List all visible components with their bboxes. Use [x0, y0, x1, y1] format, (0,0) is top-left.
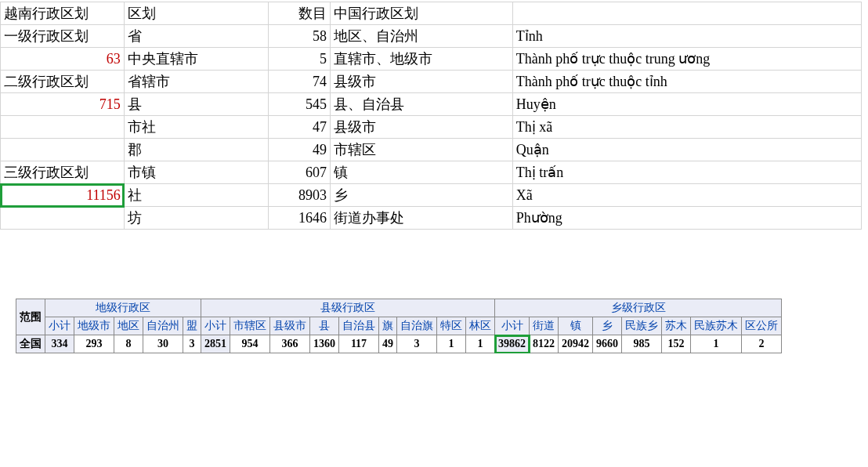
stats-col-header: 林区: [466, 317, 495, 335]
sheet-cell-d: 镇: [330, 161, 512, 184]
sheet-cell-b: 县: [124, 93, 268, 116]
stats-cell: 3: [183, 335, 201, 353]
stats-cell: 1: [466, 335, 495, 353]
stats-col-header: 小计: [45, 317, 74, 335]
stats-col-header: 镇: [559, 317, 593, 335]
stats-col-header: 旗: [379, 317, 397, 335]
sheet-cell-b: 市镇: [124, 161, 268, 184]
stats-cell: 117: [339, 335, 379, 353]
stats-col-header: 区公所: [742, 317, 782, 335]
sheet-cell-e: Thị xã: [512, 116, 861, 139]
stats-cell: 3: [397, 335, 437, 353]
stats-col-header: 县级市: [270, 317, 310, 335]
sheet-cell-c: 1646: [269, 207, 331, 230]
stats-col-header: 小计: [201, 317, 230, 335]
stats-col-header: 民族乡: [622, 317, 662, 335]
stats-cell: 20942: [559, 335, 593, 353]
group-prefecture: 地级行政区: [45, 299, 201, 317]
sheet-cell-d: 市辖区: [330, 139, 512, 161]
stats-col-header: 特区: [437, 317, 466, 335]
stats-cell: 39862: [495, 335, 530, 353]
sheet-cell-c: 58: [269, 25, 331, 48]
stats-cell: 9660: [593, 335, 622, 353]
stats-cell: 8: [114, 335, 143, 353]
sheet-row: 一级行政区划省58地区、自治州Tỉnh: [1, 25, 862, 48]
sheet-cell-a: 715: [1, 93, 125, 116]
sheet-cell-e: Thành phố trực thuộc tỉnh: [512, 71, 861, 93]
stats-cell: 152: [662, 335, 691, 353]
stats-cell: 2851: [201, 335, 230, 353]
sheet-cell-d: 县级市: [330, 71, 512, 93]
sheet-cell-e: Thị trấn: [512, 161, 861, 184]
sheet-cell-b: 市社: [124, 116, 268, 139]
sheet-header-row: 越南行政区划 区划 数目 中国行政区划: [1, 2, 862, 25]
sheet-cell-d: 县级市: [330, 116, 512, 139]
header-vn-division: 越南行政区划: [1, 2, 125, 25]
sheet-cell-a: 63: [1, 48, 125, 71]
sheet-cell-b: 省辖市: [124, 71, 268, 93]
group-township: 乡级行政区: [495, 299, 782, 317]
stats-col-header: 市辖区: [230, 317, 270, 335]
sheet-row: 11156社8903乡Xã: [1, 184, 862, 207]
sheet-cell-c: 5: [269, 48, 331, 71]
stats-col-header: 自治旗: [397, 317, 437, 335]
sheet-cell-d: 乡: [330, 184, 512, 207]
sheet-cell-a: 二级行政区划: [1, 71, 125, 93]
stats-cell: 2: [742, 335, 782, 353]
stats-cell: 293: [74, 335, 114, 353]
sheet-cell-e: Quận: [512, 139, 861, 161]
sheet-cell-b: 中央直辖市: [124, 48, 268, 71]
sheet-cell-c: 47: [269, 116, 331, 139]
sheet-cell-b: 郡: [124, 139, 268, 161]
sheet-row: 坊1646街道办事处Phường: [1, 207, 862, 230]
sheet-cell-d: 直辖市、地级市: [330, 48, 512, 71]
stats-row-label: 全国: [16, 335, 45, 353]
china-divisions-stats-table: 范围 地级行政区 县级行政区 乡级行政区 小计地级市地区自治州盟小计市辖区县级市…: [16, 299, 782, 353]
sheet-cell-e: Thành phố trực thuộc trung ương: [512, 48, 861, 71]
stats-col-header: 自治县: [339, 317, 379, 335]
sheet-cell-d: 地区、自治州: [330, 25, 512, 48]
sheet-cell-a: [1, 139, 125, 161]
header-vn-name: [512, 2, 861, 25]
sheet-row: 市社47县级市Thị xã: [1, 116, 862, 139]
stats-cell: 366: [270, 335, 310, 353]
header-count: 数目: [269, 2, 331, 25]
sheet-cell-e: Huyện: [512, 93, 861, 116]
sheet-row: 715县545县、自治县Huyện: [1, 93, 862, 116]
stats-cell: 334: [45, 335, 74, 353]
sheet-cell-e: Xã: [512, 184, 861, 207]
sheet-cell-a: [1, 116, 125, 139]
stats-col-header: 乡: [593, 317, 622, 335]
sheet-cell-c: 607: [269, 161, 331, 184]
sheet-row: 63中央直辖市5直辖市、地级市Thành phố trực thuộc trun…: [1, 48, 862, 71]
stats-col-header: 小计: [495, 317, 530, 335]
sheet-cell-e: Phường: [512, 207, 861, 230]
sheet-cell-c: 8903: [269, 184, 331, 207]
stats-col-header: 地级市: [74, 317, 114, 335]
sheet-cell-a: [1, 207, 125, 230]
stats-cell: 49: [379, 335, 397, 353]
stats-col-header: 地区: [114, 317, 143, 335]
sheet-row: 三级行政区划市镇607镇Thị trấn: [1, 161, 862, 184]
sheet-row: 二级行政区划省辖市74县级市Thành phố trực thuộc tỉnh: [1, 71, 862, 93]
stats-cell: 30: [143, 335, 183, 353]
group-county: 县级行政区: [201, 299, 495, 317]
stats-cell: 8122: [530, 335, 559, 353]
stats-col-header: 街道: [530, 317, 559, 335]
sheet-cell-d: 街道办事处: [330, 207, 512, 230]
sheet-cell-e: Tỉnh: [512, 25, 861, 48]
stats-col-header: 民族苏木: [691, 317, 742, 335]
sheet-cell-b: 坊: [124, 207, 268, 230]
stats-cell: 1: [437, 335, 466, 353]
sheet-cell-c: 74: [269, 71, 331, 93]
stats-col-header: 自治州: [143, 317, 183, 335]
header-category: 区划: [124, 2, 268, 25]
sheet-cell-a: 一级行政区划: [1, 25, 125, 48]
sheet-cell-c: 545: [269, 93, 331, 116]
sheet-cell-c: 49: [269, 139, 331, 161]
sheet-cell-b: 省: [124, 25, 268, 48]
stats-col-header: 苏木: [662, 317, 691, 335]
stats-cell: 954: [230, 335, 270, 353]
stats-col-header: 盟: [183, 317, 201, 335]
vietnam-divisions-table: 越南行政区划 区划 数目 中国行政区划 一级行政区划省58地区、自治州Tỉnh6…: [0, 2, 862, 230]
